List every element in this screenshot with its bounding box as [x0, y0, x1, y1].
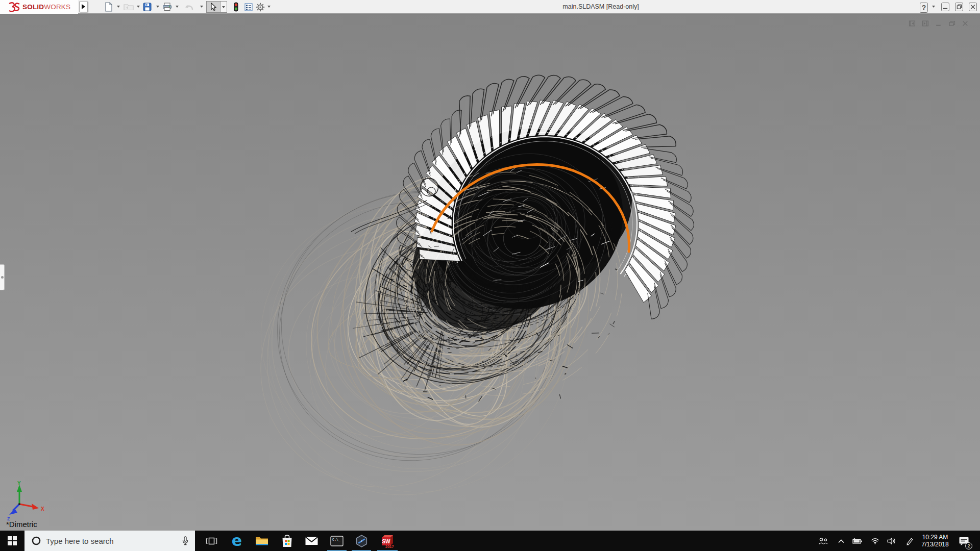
minimize-button[interactable]: [941, 3, 949, 11]
mail-button[interactable]: [299, 531, 324, 551]
settings-caret-icon[interactable]: [267, 6, 271, 8]
edge-icon: e: [232, 533, 242, 548]
gear-icon: [256, 3, 265, 12]
notification-badge: 2: [965, 542, 972, 549]
pane-next-button[interactable]: [922, 20, 929, 27]
feature-manager-collapsed-tab[interactable]: [0, 264, 5, 290]
doc-restore-button[interactable]: [948, 20, 955, 27]
print-icon: [162, 3, 172, 11]
store-bag-icon: [281, 535, 293, 547]
print-button[interactable]: [162, 1, 172, 13]
solidworks-logo: SOLIDWORKS: [0, 0, 78, 14]
brand-solid: SOLID: [22, 3, 44, 11]
mail-envelope-icon: [305, 536, 318, 545]
close-icon: [970, 4, 976, 10]
taskbar-search[interactable]: [24, 531, 195, 551]
panel-tab-dot: [1, 276, 4, 279]
tray-time: 10:29 AM: [922, 534, 948, 541]
help-caret-icon[interactable]: [932, 6, 935, 8]
edge-browser-button[interactable]: e: [225, 531, 249, 551]
tray-date: 7/13/2018: [921, 541, 948, 548]
command-prompt-button[interactable]: C:\_: [325, 531, 349, 551]
new-document-button[interactable]: [105, 1, 113, 13]
doc-close-button[interactable]: [962, 20, 969, 27]
task-view-button[interactable]: [199, 531, 224, 551]
graphics-viewport[interactable]: Y X Z *Dimetric: [0, 14, 980, 531]
print-caret-icon[interactable]: [176, 6, 179, 8]
model-wireframe[interactable]: [0, 14, 980, 531]
cmd-prompt-text: C:\_: [332, 538, 340, 541]
solidworks-taskbar-button[interactable]: SW 2017: [375, 531, 400, 551]
title-bar: SOLIDWORKS: [0, 0, 980, 14]
window-title: main.SLDASM [Read-only]: [562, 3, 639, 10]
select-caret-icon[interactable]: [220, 2, 227, 12]
battery-icon: [852, 538, 863, 544]
windows-logo-icon: [8, 536, 17, 545]
undo-arrow-icon: [184, 3, 194, 11]
folder-icon: [255, 536, 268, 546]
hexagon-app-button[interactable]: [349, 531, 374, 551]
traffic-light-icon: [233, 2, 239, 12]
close-button[interactable]: [969, 3, 977, 11]
pane-previous-button[interactable]: [909, 20, 916, 27]
hexagon-app-icon: [355, 534, 369, 548]
properties-list-icon: [244, 3, 253, 11]
action-center-button[interactable]: 2: [953, 531, 974, 551]
people-button[interactable]: [816, 531, 830, 551]
chevron-up-icon: [837, 538, 845, 544]
new-caret-icon[interactable]: [117, 6, 120, 8]
windows-taskbar: e: [0, 531, 980, 551]
menu-flyout-button[interactable]: [79, 1, 88, 12]
store-button[interactable]: [275, 531, 299, 551]
tray-overflow-button[interactable]: [834, 531, 848, 551]
save-button[interactable]: [143, 1, 152, 13]
settings-button[interactable]: [256, 1, 265, 13]
minimize-icon: [942, 4, 948, 10]
doc-minimize-button[interactable]: [935, 20, 942, 27]
command-prompt-icon: C:\_: [330, 536, 344, 546]
solidworks-window: SOLIDWORKS: [0, 0, 980, 551]
save-floppy-icon: [143, 3, 152, 11]
people-icon: [818, 537, 828, 545]
undo-button[interactable]: [184, 1, 194, 13]
flyout-arrow-icon: [82, 4, 85, 9]
reference-triad: Y X Z: [6, 480, 55, 523]
open-folder-icon: [124, 3, 134, 11]
view-orientation-label: *Dimetric: [6, 520, 37, 529]
file-explorer-button[interactable]: [250, 531, 274, 551]
open-caret-icon[interactable]: [137, 6, 140, 8]
pen-icon: [905, 537, 914, 545]
open-button[interactable]: [124, 1, 134, 13]
cortana-ring-icon: [32, 536, 41, 545]
solidworks-2017-icon: SW 2017: [380, 534, 395, 548]
battery-button[interactable]: [850, 531, 865, 551]
triad-y-label: Y: [17, 481, 21, 486]
speaker-icon: [887, 537, 896, 545]
search-input[interactable]: [46, 537, 182, 545]
undo-caret-icon[interactable]: [200, 6, 203, 8]
brand-works: WORKS: [44, 3, 70, 11]
options-list-button[interactable]: [244, 1, 253, 13]
pen-button[interactable]: [902, 531, 917, 551]
restore-button[interactable]: [955, 3, 963, 11]
volume-button[interactable]: [884, 531, 898, 551]
document-window-controls: [909, 20, 969, 27]
microphone-icon[interactable]: [182, 536, 189, 546]
restore-icon: [956, 4, 962, 10]
save-caret-icon[interactable]: [156, 6, 159, 8]
triad-x-label: X: [41, 506, 44, 512]
clock[interactable]: 10:29 AM 7/13/2018: [919, 531, 951, 551]
new-document-icon: [105, 2, 113, 12]
design-status-button[interactable]: [233, 1, 239, 13]
help-button[interactable]: ?: [920, 3, 928, 13]
task-view-icon: [206, 536, 217, 546]
wifi-button[interactable]: [868, 531, 882, 551]
start-button[interactable]: [0, 531, 24, 551]
wifi-icon: [870, 537, 880, 544]
select-tool-button[interactable]: [206, 1, 227, 13]
select-cursor-icon: [210, 3, 216, 11]
dassault-systemes-icon: [7, 1, 20, 13]
